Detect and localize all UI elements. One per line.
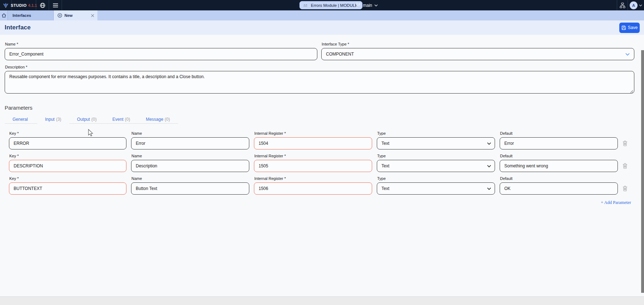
param-key-input[interactable] [9, 182, 126, 195]
param-register-input[interactable] [254, 160, 372, 172]
param-tab-label: Message [146, 117, 163, 122]
param-tab-general[interactable]: General [5, 115, 37, 124]
param-tab-count: (0) [91, 117, 97, 122]
save-button[interactable]: Save [619, 23, 640, 33]
param-tab-count: (0) [165, 117, 170, 122]
name-input[interactable] [5, 48, 317, 60]
param-default-input[interactable] [500, 182, 618, 195]
trash-icon [623, 163, 628, 169]
param-tab-label: Event [112, 117, 124, 122]
app-logo[interactable] [0, 0, 12, 10]
chevron-down-icon [625, 53, 630, 56]
interface-type-select[interactable]: COMPONENT [321, 48, 634, 60]
param-type-value: Text [381, 141, 389, 146]
home-tab[interactable] [0, 10, 8, 20]
chevron-down-icon [639, 4, 642, 6]
description-field-group: Description * Reusable component for err… [5, 65, 634, 95]
delete-parameter-button[interactable] [623, 163, 628, 169]
param-name-input[interactable] [131, 160, 249, 172]
default-column-label: Default [500, 154, 618, 158]
chevron-down-icon [487, 187, 491, 190]
main-menu-button[interactable] [49, 0, 62, 10]
type-column-label: Type [377, 154, 495, 158]
param-type-select[interactable]: Text [377, 182, 495, 195]
param-name-input[interactable] [131, 137, 249, 149]
param-key-input[interactable] [9, 160, 126, 172]
param-default-input[interactable] [500, 160, 618, 172]
key-column-label: Key * [9, 176, 126, 181]
param-tab-input[interactable]: Input (3) [37, 115, 69, 124]
param-type-value: Text [381, 186, 389, 191]
param-key-input[interactable] [9, 137, 126, 149]
param-default-cell: Default [500, 131, 618, 149]
register-column-label: Internal Register * [254, 131, 372, 136]
git-branch-icon [356, 3, 361, 8]
trash-icon [623, 186, 628, 191]
param-register-cell: Internal Register * [254, 176, 372, 195]
bottom-strip [0, 296, 644, 305]
interface-type-label: Interface Type * [322, 42, 634, 47]
type-column-label: Type [377, 176, 495, 181]
param-type-select[interactable]: Text [377, 137, 495, 149]
module-badge-label: Errors Module | MODULE [311, 3, 358, 8]
param-tab-message[interactable]: Message (0) [138, 115, 178, 124]
tab-new[interactable]: New [54, 10, 97, 20]
chevron-down-icon [487, 142, 491, 145]
sitemap-icon [620, 3, 625, 8]
chevron-down-icon [487, 165, 491, 167]
chevron-down-icon [374, 4, 378, 6]
delete-parameter-button[interactable] [623, 140, 628, 146]
param-tab-event[interactable]: Event (0) [105, 115, 138, 124]
description-textarea[interactable]: Reusable component for error messages pu… [5, 71, 634, 94]
param-tab-count: (0) [125, 117, 130, 122]
param-tab-output[interactable]: Output (0) [69, 115, 105, 124]
param-name-cell: Name [131, 131, 249, 149]
key-column-label: Key * [9, 131, 126, 136]
tab-strip: Interfaces New [0, 10, 644, 20]
add-parameter-link[interactable]: + Add Parameter [601, 200, 631, 205]
param-type-cell: Type Text [377, 154, 495, 172]
param-key-cell: Key * [9, 154, 126, 172]
name-label: Name * [5, 42, 317, 47]
param-default-cell: Default [500, 154, 618, 172]
app-version: 4.1.1 [28, 3, 37, 8]
param-default-input[interactable] [500, 137, 618, 149]
module-badge[interactable]: Errors Module | MODULE [299, 1, 362, 9]
avatar-initial: A [632, 3, 635, 8]
description-label: Description * [5, 65, 634, 70]
interface-type-field-group: Interface Type * COMPONENT [321, 42, 634, 60]
tab-interfaces-label: Interfaces [13, 13, 31, 18]
param-default-cell: Default [500, 176, 618, 195]
vertical-scrollbar[interactable] [641, 50, 644, 293]
param-type-select[interactable]: Text [377, 160, 495, 172]
name-column-label: Name [131, 176, 249, 181]
app-brand: STUDIO 4.1.1 [12, 0, 36, 10]
parameter-row: Key * Name Internal Register * Type Text [9, 131, 634, 149]
param-name-cell: Name [131, 154, 249, 172]
tab-interfaces[interactable]: Interfaces [8, 10, 54, 20]
close-tab-icon[interactable] [91, 14, 94, 17]
app-name: STUDIO [11, 3, 27, 8]
language-globe-button[interactable] [36, 0, 49, 10]
param-register-cell: Internal Register * [254, 154, 372, 172]
interface-type-value: COMPONENT [326, 52, 354, 57]
param-register-cell: Internal Register * [254, 131, 372, 149]
page-title: Interface [5, 24, 31, 31]
flow-map-button[interactable] [617, 0, 628, 10]
resize-grip-icon[interactable] [630, 90, 633, 93]
branch-selector[interactable]: main [356, 0, 378, 10]
param-name-input[interactable] [131, 182, 249, 195]
user-menu[interactable]: A [628, 0, 644, 10]
name-column-label: Name [131, 154, 249, 158]
param-key-cell: Key * [9, 176, 126, 195]
branch-name: main [363, 3, 372, 8]
home-icon [1, 13, 6, 18]
delete-parameter-button[interactable] [623, 186, 628, 191]
param-actions-cell [623, 154, 637, 172]
param-key-cell: Key * [9, 131, 126, 149]
param-tab-label: Input [45, 117, 55, 122]
param-actions-cell [623, 176, 637, 195]
tab-new-label: New [64, 13, 73, 18]
param-register-input[interactable] [254, 137, 372, 149]
param-register-input[interactable] [254, 182, 372, 195]
